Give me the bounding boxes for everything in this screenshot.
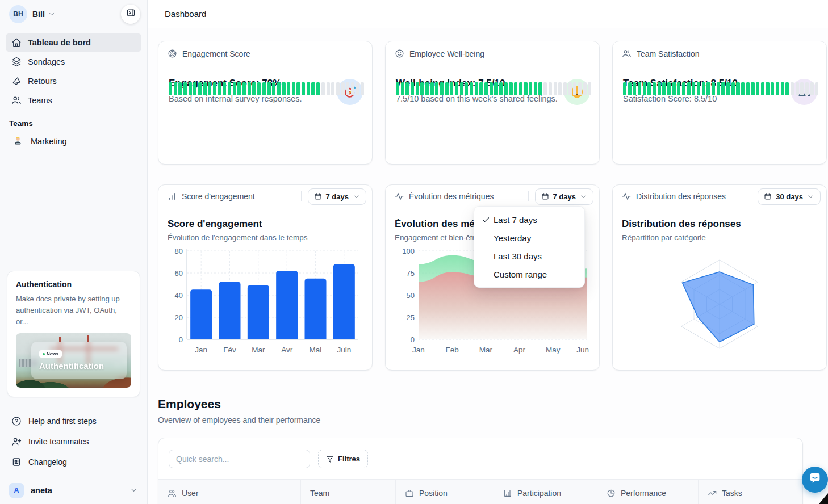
- employees-toolbar: Filtres: [158, 438, 802, 468]
- calendar-icon: [764, 192, 772, 200]
- employees-subtitle: Overview of employees and their performa…: [158, 415, 827, 425]
- svg-text:25: 25: [407, 313, 415, 322]
- news-badge: News: [39, 350, 62, 358]
- technologist-emoji: [12, 135, 23, 148]
- sidebar-item-changelog[interactable]: Changelog: [6, 452, 141, 472]
- users-icon: [11, 95, 22, 106]
- svg-text:0: 0: [179, 335, 183, 344]
- svg-text:80: 80: [175, 247, 183, 255]
- svg-text:Mar: Mar: [479, 346, 493, 354]
- sidebar-item-label: Teams: [28, 96, 52, 105]
- panel-right-icon: [126, 8, 136, 20]
- target-icon: [168, 49, 177, 58]
- sidebar-footer-nav: Help and first steps Invite teammates Ch…: [0, 411, 147, 476]
- column-header-participation: Participation: [494, 480, 597, 504]
- chart-card-body: Score d'engagement Évolution de l'engage…: [158, 208, 372, 360]
- date-range-button[interactable]: 30 days: [758, 188, 821, 205]
- chart-header-label: Distribution des réponses: [636, 192, 746, 201]
- card-body: Well-being Index: 7.5/10 7.5/10 based on…: [386, 66, 599, 103]
- chart-card-header: Évolution des métriques 7 days: [386, 185, 599, 208]
- footer-item-label: Changelog: [28, 457, 67, 467]
- column-header-performance: Performance: [597, 480, 698, 504]
- svg-text:Jan: Jan: [195, 346, 207, 354]
- chat-widget-button[interactable]: [802, 467, 828, 493]
- menu-item-yesterday[interactable]: Yesterday: [474, 229, 584, 247]
- card-body: Team Satisfaction: 8.5/10 Satisfaction S…: [613, 66, 826, 103]
- account-name: aneta: [31, 486, 52, 495]
- chart-card-body: Distribution des réponses Répartition pa…: [613, 208, 826, 369]
- stat-cards-row: Engagement Score Engagement Score: 78% B…: [158, 41, 827, 165]
- sidebar-item-feedback[interactable]: Retours: [6, 72, 141, 91]
- stat-subtitle: Based on internal survey responses.: [169, 94, 362, 103]
- progress-bar: [396, 82, 591, 95]
- menu-item-custom-range[interactable]: Custom range: [474, 265, 584, 283]
- search-input[interactable]: [169, 450, 310, 468]
- card-header: Team Satisfaction: [613, 41, 826, 66]
- workspace-avatar: BH: [9, 5, 27, 23]
- topbar: Dashboard: [148, 0, 828, 28]
- svg-text:Feb: Feb: [446, 346, 459, 354]
- chevron-down-icon: [48, 10, 56, 18]
- chevron-down-icon: [129, 486, 138, 494]
- team-item-label: Marketing: [31, 137, 67, 146]
- changelog-icon: [11, 457, 22, 467]
- date-range-button[interactable]: 7 days: [535, 188, 593, 205]
- card-header-label: Team Satisfaction: [637, 49, 700, 58]
- sidebar-item-help[interactable]: Help and first steps: [6, 411, 141, 431]
- card-header-label: Employee Well-being: [409, 49, 484, 58]
- promo-description: Make docs private by setting up authenti…: [16, 293, 131, 327]
- svg-text:Fév: Fév: [223, 346, 236, 354]
- sidebar-item-label: Retours: [28, 77, 57, 86]
- collapse-sidebar-button[interactable]: [121, 5, 140, 24]
- footer-item-label: Invite teammates: [28, 437, 89, 446]
- svg-text:May: May: [546, 346, 561, 354]
- filters-button[interactable]: Filtres: [318, 450, 368, 468]
- sidebar-nav: Tableau de bord Sondages Retours Teams: [0, 28, 147, 110]
- promo-card[interactable]: Authentication Make docs private by sett…: [7, 271, 140, 397]
- responses-distribution-card: Distribution des réponses 30 days: [612, 184, 827, 371]
- sidebar-item-surveys[interactable]: Sondages: [6, 52, 141, 72]
- divider: [528, 191, 529, 201]
- svg-text:Mar: Mar: [252, 346, 265, 354]
- chart-title: Distribution des réponses: [622, 219, 817, 230]
- card-header: Engagement Score: [158, 41, 372, 66]
- chart-card-header: Distribution des réponses 30 days: [613, 185, 826, 208]
- users-icon: [622, 49, 632, 58]
- promo-title: Authentication: [16, 280, 131, 289]
- card-body: Engagement Score: 78% Based on internal …: [158, 66, 372, 103]
- menu-item-last-30-days[interactable]: Last 30 days: [474, 247, 584, 265]
- date-range-button[interactable]: 7 days: [308, 188, 366, 205]
- sidebar-item-invite[interactable]: Invite teammates: [6, 431, 141, 452]
- footer-item-label: Help and first steps: [28, 417, 97, 426]
- layers-icon: [11, 57, 22, 67]
- sidebar-item-label: Tableau de bord: [28, 38, 91, 47]
- svg-text:0: 0: [411, 335, 415, 344]
- chart-header-label: Score d'engagement: [182, 192, 296, 201]
- column-header-position: Position: [395, 480, 494, 504]
- svg-text:60: 60: [175, 269, 183, 278]
- menu-item-last-7-days[interactable]: Last 7 days: [474, 211, 584, 229]
- workspace-name[interactable]: Bill: [32, 10, 45, 19]
- bar-chart-axis-icon: [503, 489, 512, 498]
- workspace-row: BH Bill: [0, 0, 147, 28]
- funnel-icon: [326, 455, 334, 463]
- promo-image-overlay: News Authentification: [31, 342, 127, 379]
- calendar-icon: [541, 192, 549, 200]
- sidebar-item-dashboard[interactable]: Tableau de bord: [6, 33, 141, 52]
- megaphone-icon: [11, 76, 22, 86]
- chart-title: Score d'engagement: [168, 219, 363, 230]
- svg-text:Mai: Mai: [310, 346, 322, 354]
- svg-text:Apr: Apr: [513, 346, 526, 354]
- svg-text:Jun: Jun: [576, 346, 589, 354]
- briefcase-icon: [405, 489, 414, 498]
- engagement-score-card: Engagement Score Engagement Score: 78% B…: [158, 41, 373, 165]
- stat-subtitle: Satisfaction Score: 8.5/10: [623, 94, 816, 103]
- account-switcher[interactable]: A aneta: [0, 476, 147, 504]
- sidebar-item-teams[interactable]: Teams: [6, 91, 141, 110]
- sidebar-item-team-marketing[interactable]: Marketing: [0, 133, 147, 150]
- activity-icon: [622, 192, 631, 201]
- table-header-row: User Team Position: [158, 479, 802, 504]
- radar-chart: [622, 244, 817, 369]
- engagement-chart-card: Score d'engagement 7 days: [158, 184, 373, 371]
- employees-title: Employees: [158, 397, 827, 411]
